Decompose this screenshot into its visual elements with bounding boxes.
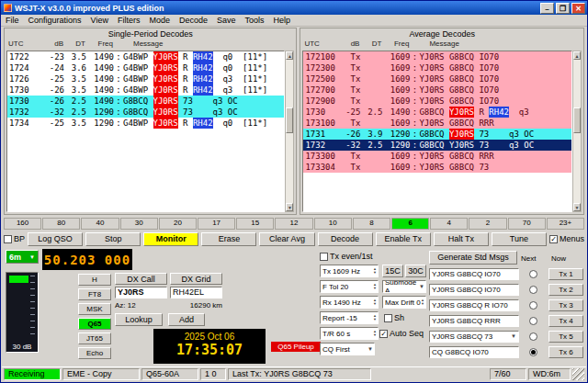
decode-row[interactable]: 173100Tx1609:YJ0RS G8BCQ RRR <box>303 118 571 129</box>
erase-button[interactable]: Erase <box>201 232 256 246</box>
mode-button-msk[interactable]: MSK <box>78 303 111 315</box>
mode-button-echo[interactable]: Echo <box>78 347 111 359</box>
band-cell-160[interactable]: 160 <box>4 218 41 230</box>
band-cell-40[interactable]: 40 <box>81 218 119 230</box>
submode-select[interactable]: Submode A ▼ <box>382 280 426 293</box>
decode-row[interactable]: 1722-233.51490:G4BWP YJ0RS R RH42 q0 [11… <box>7 51 284 62</box>
menu-item-view[interactable]: View <box>86 16 113 25</box>
dx-call-input[interactable]: YJ0RS <box>115 287 167 299</box>
band-cell-70[interactable]: 70 <box>508 218 546 230</box>
mode-button-h[interactable]: H <box>78 274 111 286</box>
cq-first-select[interactable]: CQ First ▼ <box>320 343 375 355</box>
dx-grid-input[interactable]: RH42EL <box>170 287 222 299</box>
menu-item-help[interactable]: Help <box>269 16 296 25</box>
generate-std-msgs-button[interactable]: Generate Std Msgs <box>429 251 517 265</box>
tx-message-field[interactable]: YJ0RS G8BCQ IO70 <box>429 268 519 280</box>
left-scrollbar[interactable]: ▲ ▼ <box>285 51 294 212</box>
decode-row[interactable]: 172500Tx1609:YJ0RS G8BCQ IO70 <box>303 73 571 84</box>
decode-row[interactable]: 172900Tx1609:YJ0RS G8BCQ IO70 <box>303 96 571 107</box>
tx-frequency-spinner[interactable]: Tx 1609 Hz ▲▼ <box>320 265 379 277</box>
decode-button[interactable]: Decode <box>318 232 373 246</box>
band-cell-8[interactable]: 8 <box>353 218 390 230</box>
band-cell-17[interactable]: 17 <box>198 218 235 230</box>
band-cell-10[interactable]: 10 <box>314 218 352 230</box>
stop-button[interactable]: Stop <box>85 232 141 246</box>
tx-message-field[interactable]: YJ0RS G8BCQ RRR <box>429 315 519 327</box>
decode-row[interactable]: 172100Tx1609:YJ0RS G8BCQ IO70 <box>303 51 571 62</box>
resize-grip-icon[interactable] <box>572 368 584 380</box>
scroll-down-icon[interactable]: ▼ <box>573 203 581 211</box>
spinner-arrows-icon[interactable]: ▲▼ <box>373 299 377 306</box>
dropdown-icon[interactable]: ▼ <box>511 332 516 342</box>
menus-checkbox-box[interactable]: ✓ <box>549 235 558 243</box>
tx-now-button-tx5[interactable]: Tx 5 <box>548 331 583 343</box>
menu-item-decode[interactable]: Decode <box>175 16 212 25</box>
close-button[interactable]: ✕ <box>571 3 585 14</box>
left-decode-list[interactable]: 1722-233.51490:G4BWP YJ0RS R RH42 q0 [11… <box>6 51 285 212</box>
decode-row[interactable]: 1734-253.51290:G4BWP YJ0RS R RH42 q0 [11… <box>7 118 284 129</box>
maximize-button[interactable]: ❐ <box>556 3 570 14</box>
menus-checkbox[interactable]: ✓ Menus <box>549 234 584 243</box>
max-drift-spinner[interactable]: Max Drift 0 ▲▼ <box>382 296 426 309</box>
q65-pileup-badge[interactable]: Q65 Pileup <box>271 342 321 352</box>
log-qso-button[interactable]: Log QSO <box>28 232 83 246</box>
menu-item-filters[interactable]: Filters <box>113 16 145 25</box>
decode-row[interactable]: 1730-252.51490:G8BCQ YJ0RS R RH42 q3 <box>303 107 571 118</box>
right-scrollbar[interactable]: ▲ ▼ <box>572 51 582 212</box>
tx-message-field[interactable]: YJ0RS G8BCQ R IO70 <box>429 299 519 311</box>
spin-down-icon[interactable]: ▼ <box>373 333 377 337</box>
decode-row[interactable]: 1731-263.91290:G8BCQ YJ0RS 73 q3 OC <box>303 129 571 140</box>
next-radio[interactable] <box>529 317 537 325</box>
band-cell-2[interactable]: 2 <box>469 218 506 230</box>
scroll-up-icon[interactable]: ▲ <box>286 51 293 60</box>
dx-grid-label-button[interactable]: DX Grid <box>170 273 222 285</box>
spinner-arrows-icon[interactable]: ▲▼ <box>373 314 377 321</box>
spin-down-icon[interactable]: ▼ <box>373 271 377 275</box>
dropdown-icon[interactable]: ▼ <box>419 284 424 289</box>
tx-message-field[interactable]: CQ G8BCQ IO70 <box>429 346 519 358</box>
decode-row[interactable]: 172700Tx1609:YJ0RS G8BCQ IO70 <box>303 84 571 96</box>
band-cell-20[interactable]: 20 <box>159 218 197 230</box>
sh-checkbox[interactable]: Sh <box>384 313 404 322</box>
band-cell-30[interactable]: 30 <box>120 218 158 230</box>
decode-row[interactable]: 1730-262.51490:G8BCQ YJ0RS 73 q3 OC <box>7 96 284 107</box>
ftol-spinner[interactable]: F Tol 20 ▲▼ <box>320 280 379 293</box>
tx-now-button-tx4[interactable]: Tx 4 <box>548 315 583 327</box>
spin-down-icon[interactable]: ▼ <box>373 287 377 290</box>
bp-checkbox-box[interactable] <box>4 235 12 243</box>
spinner-arrows-icon[interactable]: ▲▼ <box>373 267 377 275</box>
band-cell-23plus[interactable]: 23+ <box>547 218 584 230</box>
tx-even-checkbox-box[interactable] <box>320 253 328 261</box>
scroll-down-icon[interactable]: ▼ <box>286 203 293 211</box>
scroll-thumb[interactable] <box>573 107 581 133</box>
decode-row[interactable]: 1724-243.61490:G4BWP YJ0RS R RH42 q0 [11… <box>7 62 284 73</box>
auto-seq-checkbox[interactable]: ✓ Auto Seq <box>379 329 424 338</box>
scroll-up-icon[interactable]: ▲ <box>573 51 581 60</box>
tx-now-button-tx1[interactable]: Tx 1 <box>548 268 583 280</box>
quick-period-30c-button[interactable]: 30C <box>405 265 426 277</box>
menu-item-configurations[interactable]: Configurations <box>24 16 86 25</box>
add-button[interactable]: Add <box>168 313 205 326</box>
menu-item-save[interactable]: Save <box>212 16 241 25</box>
lookup-button[interactable]: Lookup <box>115 313 163 326</box>
tx-now-button-tx2[interactable]: Tx 2 <box>548 284 583 296</box>
next-radio[interactable] <box>529 270 537 278</box>
halt-tx-button[interactable]: Halt Tx <box>434 232 489 246</box>
spinner-arrows-icon[interactable]: ▲▼ <box>373 283 377 290</box>
band-cell-80[interactable]: 80 <box>42 218 80 230</box>
spinner-arrows-icon[interactable]: ▲▼ <box>421 299 424 306</box>
auto-seq-checkbox-box[interactable]: ✓ <box>379 330 388 338</box>
decode-row[interactable]: 173304Tx1609:YJ0RS G8BCQ 73 <box>303 162 571 173</box>
spin-down-icon[interactable]: ▼ <box>421 302 424 306</box>
band-cell-12[interactable]: 12 <box>275 218 312 230</box>
band-cell-4[interactable]: 4 <box>430 218 468 230</box>
rx-frequency-spinner[interactable]: Rx 1490 Hz ▲▼ <box>320 296 379 309</box>
next-radio[interactable] <box>529 301 537 310</box>
decode-row[interactable]: 173300Tx1609:YJ0RS G8BCQ RRR <box>303 151 571 162</box>
decode-row[interactable]: 1732-322.51290:G8BCQ YJ0RS 73 q3 OC <box>7 107 284 118</box>
next-radio[interactable] <box>529 348 537 356</box>
band-cell-15[interactable]: 15 <box>236 218 274 230</box>
spin-down-icon[interactable]: ▼ <box>373 302 377 306</box>
tr-period-spinner[interactable]: T/R 60 s ▲▼ <box>320 327 379 340</box>
tx-message-field[interactable]: YJ0RS G8BCQ IO70 <box>429 284 519 296</box>
